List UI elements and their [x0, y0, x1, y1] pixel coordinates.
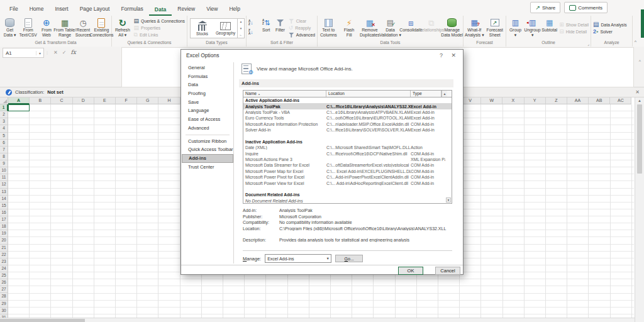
ribbon-button-data-analysis[interactable]: ▤Data Analysis	[593, 21, 627, 28]
tab-home[interactable]: Home	[24, 3, 50, 16]
row-header-28[interactable]: 28	[0, 293, 8, 300]
ribbon-button-from-web[interactable]: ⊕FromWeb	[37, 16, 55, 40]
tab-review[interactable]: Review	[172, 3, 201, 16]
ribbon-button-subtotal[interactable]: ▦Subtotal	[541, 16, 558, 40]
addin-row-euro-currency-tools[interactable]: Euro Currency ToolsC:\...oot\Office16\Li…	[243, 115, 452, 121]
name-box-dropdown-icon[interactable]: ▾	[36, 51, 43, 55]
column-header-f[interactable]: F	[116, 97, 137, 104]
ribbon-button-solver[interactable]: 2+Solver	[593, 28, 627, 35]
addin-row-inquire[interactable]: InquireC:\...ffice\root\Office16\DCF\Nat…	[243, 151, 452, 157]
expand-formula-bar-icon[interactable]: ^	[639, 59, 641, 64]
tab-view[interactable]: View	[201, 3, 223, 16]
vertical-scrollbar[interactable]: ▲	[635, 97, 644, 322]
ribbon-button-remove-duplicates[interactable]: ▦✕RemoveDuplicates	[359, 16, 380, 40]
row-header-27[interactable]: 27	[0, 286, 8, 293]
share-button[interactable]: ↗ Share	[530, 2, 560, 13]
options-sidebar-item-advanced[interactable]: Advanced	[182, 124, 233, 133]
ribbon-button-sort[interactable]: AZ⇅Sort	[259, 16, 273, 40]
column-header-aa[interactable]: AA	[567, 97, 589, 104]
row-header-18[interactable]: 18	[0, 223, 8, 230]
options-sidebar-item-proofing[interactable]: Proofing	[182, 89, 233, 98]
dialog-close-icon[interactable]: ✕	[451, 52, 456, 58]
ribbon-button-text-to-columns[interactable]: Text toColumns	[318, 16, 339, 40]
ribbon-button-reapply[interactable]: ↺Reapply	[289, 25, 315, 31]
row-header-21[interactable]: 21	[0, 245, 8, 252]
ok-button[interactable]: OK	[398, 267, 423, 275]
ribbon-button-data-validation[interactable]: ▤✓DataValidation ▾	[380, 16, 401, 40]
column-header-ac[interactable]: AC	[610, 97, 631, 104]
formula-splitter-icon[interactable]: ⋮	[45, 50, 49, 55]
tab-data[interactable]: Data	[149, 3, 172, 16]
column-header-name[interactable]: Name ▲	[243, 91, 326, 97]
ribbon-button-existing-connections[interactable]: ExistingConnections	[92, 16, 111, 40]
row-header-15[interactable]: 15	[0, 203, 8, 209]
ribbon-button-forecast-sheet[interactable]: ↗ForecastSheet	[485, 16, 506, 40]
options-sidebar-item-formulas[interactable]: Formulas	[182, 72, 233, 81]
column-header-location[interactable]: Location	[326, 91, 411, 97]
row-header-1[interactable]: 1	[0, 104, 8, 111]
row-header-3[interactable]: 3	[0, 118, 8, 125]
row-header-30[interactable]: 30	[0, 308, 8, 314]
tab-formulas[interactable]: Formulas	[115, 3, 148, 16]
addin-row-microsoft-power-view-for-excel[interactable]: Microsoft Power View for ExcelC:\... Add…	[243, 180, 452, 186]
options-sidebar-item-ease-of-access[interactable]: Ease of Access	[182, 115, 233, 124]
row-headers[interactable]: 1234567891011121314151617181920212223242…	[0, 104, 8, 322]
row-header-17[interactable]: 17	[0, 216, 8, 223]
dialog-launcher-icon[interactable]: ⌟	[587, 42, 589, 46]
column-header-d[interactable]: D	[73, 97, 94, 104]
column-header-z[interactable]: Z	[546, 97, 567, 104]
ribbon-button-hide-detail[interactable]: ⊟Hide Detail	[559, 28, 589, 35]
tab-insert[interactable]: Insert	[49, 3, 74, 16]
addin-row-date-xml[interactable]: Date (XML)C:\...Microsoft Shared\Smart T…	[243, 145, 452, 150]
select-all-corner[interactable]	[0, 97, 8, 104]
ribbon-button-advanced[interactable]: Advanced	[289, 32, 315, 38]
row-header-10[interactable]: 10	[0, 167, 8, 174]
row-header-22[interactable]: 22	[0, 252, 8, 258]
ribbon-button-what-if-analysis[interactable]: ▦?What-IfAnalysis ▾	[464, 16, 485, 40]
tab-page-layout[interactable]: Page Layout	[74, 3, 116, 16]
column-header-h[interactable]: H	[158, 97, 180, 104]
ribbon-button-filter[interactable]: Filter	[273, 16, 287, 40]
column-header-ab[interactable]: AB	[589, 97, 610, 104]
horizontal-scrollbar[interactable]	[0, 318, 635, 322]
gallery-item-geography[interactable]: Geography	[214, 19, 237, 38]
selected-cell-a1[interactable]	[8, 104, 30, 111]
row-header-12[interactable]: 12	[0, 181, 8, 188]
ribbon-button-refresh-all[interactable]: ↻RefreshAll ▾	[113, 16, 133, 40]
options-sidebar-item-add-ins[interactable]: Add-ins	[182, 154, 233, 163]
enter-entry-icon[interactable]: ✓	[62, 50, 67, 55]
options-sidebar-item-general[interactable]: General	[182, 64, 233, 72]
insert-function-icon[interactable]: fx	[70, 49, 75, 55]
row-header-26[interactable]: 26	[0, 279, 8, 286]
ribbon-button-manage-data-model[interactable]: ManageData Model	[441, 16, 462, 40]
row-header-25[interactable]: 25	[0, 272, 8, 279]
row-header-24[interactable]: 24	[0, 265, 8, 272]
sort-ascending-button[interactable]: AZ↓	[248, 19, 258, 28]
addin-row-solver-add-in[interactable]: Solver Add-inC:\...ffice16\Library\SOLVE…	[243, 127, 452, 133]
cancel-button[interactable]: Cancel	[435, 267, 460, 275]
row-header-9[interactable]: 9	[0, 160, 8, 167]
row-header-8[interactable]: 8	[0, 153, 8, 160]
gallery-scroll[interactable]: ▴▾⨽	[237, 19, 244, 38]
row-header-7[interactable]: 7	[0, 147, 8, 153]
ribbon-button-clear[interactable]: Clear	[289, 18, 315, 25]
options-sidebar-item-language[interactable]: Language	[182, 106, 233, 115]
row-header-2[interactable]: 2	[0, 111, 8, 118]
column-header-a[interactable]: A	[8, 97, 30, 104]
row-header-6[interactable]: 6	[0, 140, 8, 147]
addin-row-analysis-toolpak[interactable]: Analysis ToolPakC:\...ffice16\Library\An…	[243, 103, 452, 109]
row-header-29[interactable]: 29	[0, 301, 8, 308]
cancel-entry-icon[interactable]: ✕	[53, 50, 58, 55]
ribbon-button-flash-fill[interactable]: ⚡FlashFill	[339, 16, 360, 40]
ribbon-button-show-detail[interactable]: ⊞Show Detail	[559, 21, 589, 28]
column-header-w[interactable]: W	[481, 97, 502, 104]
addin-row-microsoft-data-streamer-for-excel[interactable]: Microsoft Data Streamer for ExcelC:\...o…	[243, 162, 452, 168]
addin-row-microsoft-power-map-for-excel[interactable]: Microsoft Power Map for ExcelC:\... Exce…	[243, 169, 452, 174]
row-header-5[interactable]: 5	[0, 133, 8, 140]
row-header-20[interactable]: 20	[0, 237, 8, 244]
name-box[interactable]: A1 ▾	[3, 48, 44, 58]
column-header-g[interactable]: G	[137, 97, 158, 104]
ribbon-button-from-text-csv[interactable]: FromText/CSV	[19, 16, 37, 40]
addin-row-analysis-toolpak-vba[interactable]: Analysis ToolPak - VBAC:\...e16\Library\…	[243, 109, 452, 115]
ribbon-button-get-data[interactable]: GetData ▾	[1, 16, 19, 40]
